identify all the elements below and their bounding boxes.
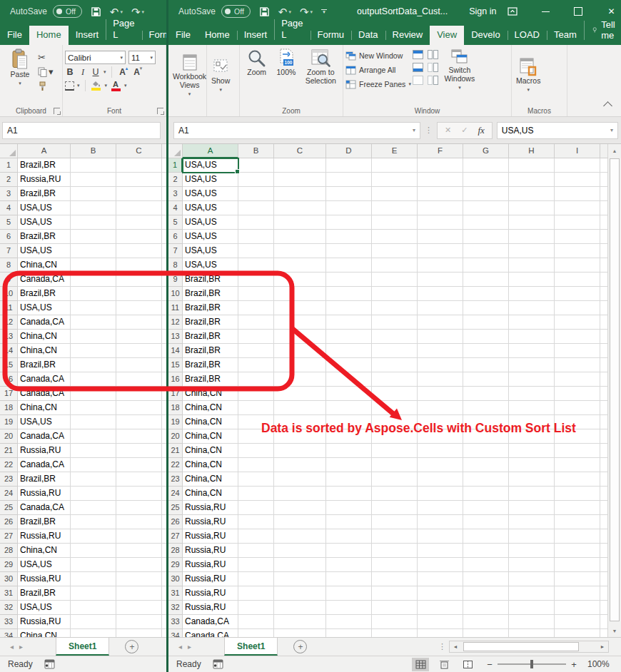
grid-cell[interactable]: China,CN [183, 401, 238, 415]
grid-cell[interactable] [418, 330, 463, 344]
grid-cell[interactable] [238, 158, 274, 173]
grid-cell[interactable] [71, 472, 116, 487]
row-header[interactable]: 32 [0, 601, 18, 615]
grid-cell[interactable]: Brazil,BR [18, 515, 71, 529]
grid-cell[interactable] [116, 429, 162, 444]
row-header[interactable]: 20 [0, 429, 18, 444]
grid-cell[interactable] [372, 472, 418, 487]
row-header[interactable]: 20 [168, 429, 183, 444]
enter-button[interactable]: ✓ [461, 126, 468, 135]
grid-cell[interactable] [326, 258, 372, 273]
grid-cell[interactable] [509, 586, 555, 601]
grid-cell[interactable]: Russia,RU [18, 615, 71, 629]
bold-button[interactable]: B [65, 67, 75, 77]
grid-cell[interactable] [555, 330, 600, 344]
grid-cell[interactable]: Russia,RU [18, 572, 71, 586]
grid-cell[interactable] [509, 601, 555, 615]
arrange-all-button[interactable]: Arrange All [345, 63, 411, 77]
row-header[interactable]: 30 [0, 572, 18, 586]
grid-cell[interactable] [116, 558, 162, 572]
grid-cell[interactable] [509, 244, 555, 258]
grid-cell[interactable] [509, 429, 555, 444]
grid-cell[interactable] [463, 273, 509, 287]
grid-cell[interactable] [463, 515, 509, 529]
grid-cell[interactable] [238, 344, 274, 358]
row-header[interactable]: 17 [168, 387, 183, 401]
grid-cell[interactable] [463, 201, 509, 215]
grid-cell[interactable] [274, 529, 326, 544]
view-side-by-side-button[interactable] [428, 50, 433, 59]
grid-cell[interactable] [274, 158, 326, 173]
grid-cell[interactable] [463, 401, 509, 415]
sheet-next-button[interactable]: ▸ [188, 643, 191, 651]
grid-cell[interactable] [463, 287, 509, 301]
reset-window-position-button[interactable] [428, 76, 433, 85]
grid-cell[interactable] [326, 187, 372, 201]
grid-cell[interactable] [555, 273, 600, 287]
grid-cell[interactable]: China,CN [18, 258, 71, 273]
show-button[interactable]: Show ▾ [209, 56, 232, 96]
row-header[interactable]: 23 [0, 472, 18, 487]
row-header[interactable]: 3 [0, 187, 18, 201]
row-header[interactable]: 13 [168, 330, 183, 344]
grid-cell[interactable] [418, 615, 463, 629]
grid-cell[interactable]: USA,US [183, 173, 238, 187]
grid-cell[interactable] [116, 586, 162, 601]
grid-cell[interactable] [238, 529, 274, 544]
sign-in-button[interactable]: Sign in [469, 6, 496, 16]
insert-function-button[interactable]: fx [478, 125, 484, 136]
row-header[interactable]: 4 [168, 201, 183, 215]
grid-cell[interactable] [463, 529, 509, 544]
grid-cell[interactable] [274, 315, 326, 330]
copy-button[interactable]: ▾ [38, 66, 54, 78]
row-header[interactable]: 28 [0, 544, 18, 558]
grid-cell[interactable] [326, 401, 372, 415]
grid-cell[interactable] [555, 601, 600, 615]
grid-cell[interactable] [238, 515, 274, 529]
grid-cell[interactable] [555, 315, 600, 330]
grid-cell[interactable] [238, 629, 274, 637]
grid-cell[interactable] [418, 415, 463, 429]
grid-cell[interactable] [71, 544, 116, 558]
grid-cell[interactable] [326, 629, 372, 637]
grid-cell[interactable] [418, 544, 463, 558]
grid-cell[interactable] [71, 401, 116, 415]
grid-cell[interactable] [116, 401, 162, 415]
ribbon-tab[interactable]: Home [29, 26, 69, 45]
grid-cell[interactable] [71, 515, 116, 529]
grid-cell[interactable]: Russia,RU [183, 601, 238, 615]
grid-cell[interactable] [326, 301, 372, 315]
ribbon-display-options-button[interactable] [496, 0, 529, 23]
column-header[interactable]: H [509, 144, 555, 158]
grid-cell[interactable] [116, 201, 162, 215]
grid-cell[interactable] [509, 529, 555, 544]
row-header[interactable]: 23 [168, 472, 183, 487]
row-header[interactable]: 29 [0, 558, 18, 572]
ribbon-tab[interactable]: Home [198, 26, 237, 45]
grid-cell[interactable] [372, 215, 418, 230]
grid-cell[interactable]: Brazil,BR [183, 273, 238, 287]
grid-cell[interactable] [463, 415, 509, 429]
row-header[interactable]: 14 [168, 344, 183, 358]
grid-cell[interactable] [509, 444, 555, 458]
grid-cell[interactable] [116, 372, 162, 387]
grid-cell[interactable] [463, 458, 509, 472]
grid-cell[interactable] [71, 230, 116, 244]
grid-cell[interactable]: USA,US [18, 244, 71, 258]
zoom-in-button[interactable]: + [569, 659, 579, 670]
grid-cell[interactable] [71, 487, 116, 501]
grid-cell[interactable] [509, 515, 555, 529]
scroll-down-icon[interactable]: ▼ [608, 624, 621, 637]
grid-cell[interactable] [274, 544, 326, 558]
grid-cell[interactable] [116, 158, 162, 173]
add-sheet-button[interactable]: + [293, 640, 307, 653]
grid-cell[interactable] [71, 173, 116, 187]
grid-cell[interactable] [274, 187, 326, 201]
grid-cell[interactable] [418, 315, 463, 330]
grid-cell[interactable] [274, 487, 326, 501]
autosave-toggle[interactable]: Off [53, 5, 82, 18]
grid-cell[interactable] [509, 258, 555, 273]
grid-cell[interactable] [274, 458, 326, 472]
grid-cell[interactable] [509, 201, 555, 215]
grid-cell[interactable] [326, 572, 372, 586]
